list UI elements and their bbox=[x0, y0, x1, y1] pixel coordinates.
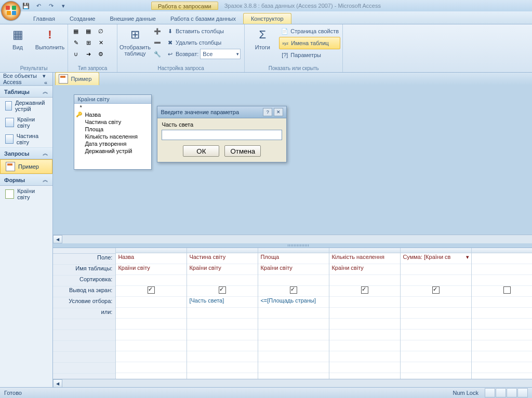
redo-icon[interactable]: ↷ bbox=[46, 1, 56, 10]
grid-icon: ▦ bbox=[9, 26, 26, 43]
exclaim-icon: ! bbox=[42, 26, 58, 43]
tab-design[interactable]: Конструктор bbox=[243, 13, 291, 24]
passthrough-icon[interactable]: ➜ bbox=[83, 49, 94, 59]
ribbon-tabs: Главная Создание Внешние данные Работа с… bbox=[0, 11, 532, 24]
insert-row-icon: ➕ bbox=[153, 27, 162, 35]
qat-customize-icon[interactable]: ▾ bbox=[58, 1, 69, 10]
context-tab-label: Работа с запросами bbox=[151, 2, 218, 10]
xyz-icon: xyz bbox=[281, 39, 289, 47]
union-icon[interactable]: ∪ bbox=[70, 49, 82, 59]
property-sheet-button[interactable]: 📄Страница свойств bbox=[279, 25, 340, 37]
undo-icon[interactable]: ↶ bbox=[33, 1, 44, 10]
insert-rows-button[interactable]: ➕ bbox=[152, 25, 163, 37]
tab-create[interactable]: Создание bbox=[62, 13, 103, 24]
parameters-button[interactable]: [?]Параметры bbox=[279, 49, 340, 61]
params-icon: [?] bbox=[281, 51, 289, 59]
group-setup-label: Настройка запроса bbox=[119, 65, 242, 72]
return-combo[interactable]: Все bbox=[200, 49, 241, 59]
group-querytype-label: Тип запроса bbox=[70, 65, 115, 72]
make-table-icon[interactable]: ▦ bbox=[83, 26, 94, 36]
group-showhide-label: Показать или скрыть bbox=[247, 65, 340, 72]
ribbon: ▦Вид !Выполнить Результаты ▦▦∅ ✎⊞✕ ∪➜⚙ Т… bbox=[0, 24, 532, 73]
window-title: Зразок 3.8.8 : база данных (Access 2007)… bbox=[224, 3, 381, 9]
delete-col-icon: ✖ bbox=[166, 38, 174, 47]
table-names-button[interactable]: xyzИмена таблиц bbox=[279, 37, 340, 49]
quick-access-toolbar: 💾 ↶ ↷ ▾ Работа с запросами Зразок 3.8.8 … bbox=[0, 0, 532, 11]
save-icon[interactable]: 💾 bbox=[21, 1, 31, 10]
builder-icon: 🔧 bbox=[153, 50, 162, 58]
insert-cols-button[interactable]: ⬇Вставить столбцы bbox=[164, 25, 242, 37]
totals-button[interactable]: ΣИтоги bbox=[247, 25, 278, 51]
delete-query-icon[interactable]: ✕ bbox=[95, 37, 107, 48]
delete-row-icon: ➖ bbox=[153, 38, 162, 47]
update-icon[interactable]: ✎ bbox=[70, 37, 82, 48]
document-tab[interactable]: Пример bbox=[55, 72, 99, 73]
office-button[interactable] bbox=[1, 1, 21, 21]
tab-home[interactable]: Главная bbox=[26, 13, 62, 24]
builder-button[interactable]: 🔧 bbox=[152, 48, 163, 60]
show-table-button[interactable]: ⊞Отобразить таблицу bbox=[119, 25, 151, 58]
crosstab-icon[interactable]: ⊞ bbox=[83, 37, 94, 48]
select-query-icon[interactable]: ▦ bbox=[70, 26, 82, 36]
group-results-label: Результаты bbox=[2, 65, 65, 72]
delete-cols-button[interactable]: ✖Удалить столбцы bbox=[164, 37, 242, 48]
show-table-icon: ⊞ bbox=[127, 26, 143, 43]
append-icon[interactable]: ∅ bbox=[95, 26, 107, 36]
insert-col-icon: ⬇ bbox=[166, 27, 174, 35]
run-button[interactable]: !Выполнить bbox=[34, 25, 65, 51]
view-button[interactable]: ▦Вид bbox=[2, 25, 33, 51]
delete-rows-button[interactable]: ➖ bbox=[152, 37, 163, 48]
props-icon: 📄 bbox=[281, 27, 289, 35]
datadef-icon[interactable]: ⚙ bbox=[95, 49, 107, 59]
return-row[interactable]: ↩Возврат:Все bbox=[164, 48, 242, 60]
tab-external[interactable]: Внешние данные bbox=[103, 13, 163, 24]
sigma-icon: Σ bbox=[254, 26, 271, 43]
return-icon: ↩ bbox=[166, 50, 174, 58]
tab-dbtools[interactable]: Работа с базами данных bbox=[163, 13, 243, 24]
